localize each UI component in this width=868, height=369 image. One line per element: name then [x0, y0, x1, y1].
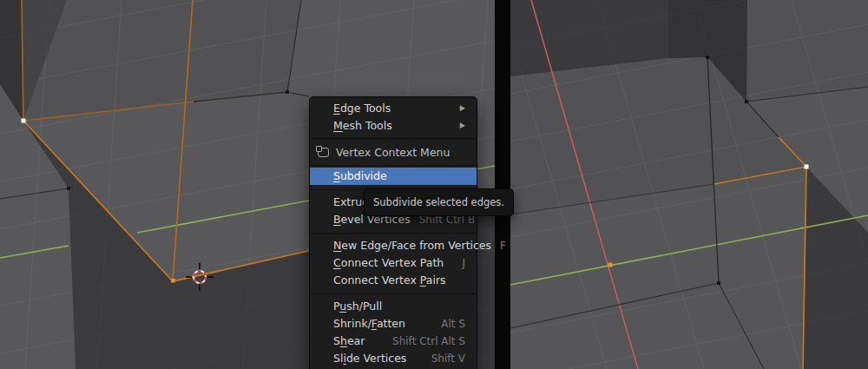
menu-separator	[310, 162, 477, 168]
tooltip: Subdivide selected edges.	[364, 188, 514, 216]
shortcut-label: J	[453, 254, 465, 272]
shortcut-label: F	[491, 237, 506, 254]
menu-item-push-pull[interactable]: Push/Pull	[310, 298, 477, 315]
viewport-divider	[495, 0, 510, 369]
vertex-context-menu: Edge Tools ▶ Mesh Tools ▶ Vertex Context…	[309, 96, 477, 369]
menu-header-vertex-context-menu: Vertex Context Menu	[310, 142, 477, 162]
menu-item-subdivide[interactable]: Subdivide	[310, 168, 477, 185]
active-vertex[interactable]	[805, 165, 809, 169]
submenu-arrow-icon: ▶	[460, 116, 465, 135]
blender-screen: Edge Tools ▶ Mesh Tools ▶ Vertex Context…	[0, 0, 868, 369]
menu-item-slide-vertices[interactable]: Slide Vertices Shift V	[310, 350, 477, 367]
vertex[interactable]	[67, 187, 70, 190]
vertex[interactable]	[745, 100, 748, 103]
shortcut-label: Shift V	[423, 350, 465, 367]
vertex[interactable]	[717, 281, 720, 285]
menu-item-shrink-fatten[interactable]: Shrink/Fatten Alt S	[310, 315, 477, 333]
menu-separator	[310, 228, 477, 237]
selected-vertex[interactable]	[171, 279, 175, 283]
active-vertex[interactable]	[22, 119, 26, 123]
menu-item-connect-vertex-pairs[interactable]: Connect Vertex Pairs	[310, 272, 477, 289]
menu-item-new-edge-face-from-vertices[interactable]: New Edge/Face from Vertices F	[310, 237, 477, 254]
right-viewport[interactable]	[500, 0, 868, 369]
shortcut-label: Shift Ctrl Alt S	[384, 333, 465, 350]
menu-header-label: Vertex Context Menu	[336, 146, 450, 159]
menu-separator	[310, 289, 477, 298]
menu-separator	[310, 135, 477, 142]
vertex[interactable]	[706, 56, 709, 59]
menu-item-edge-tools[interactable]: Edge Tools ▶	[310, 100, 477, 117]
submenu-arrow-icon: ▶	[460, 99, 465, 118]
menu-panel-icon	[318, 148, 329, 157]
menu-item-connect-vertex-path[interactable]: Connect Vertex Path J	[310, 254, 477, 272]
menu-item-mesh-tools[interactable]: Mesh Tools ▶	[310, 117, 477, 135]
origin-vertex[interactable]	[608, 263, 613, 267]
menu-item-shear[interactable]: Shear Shift Ctrl Alt S	[310, 333, 477, 350]
shortcut-label: Alt S	[432, 315, 465, 333]
vertex[interactable]	[286, 90, 289, 94]
